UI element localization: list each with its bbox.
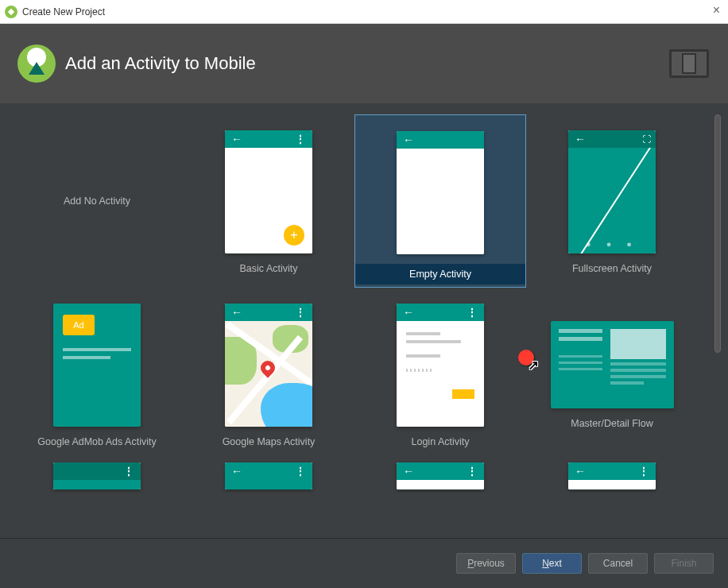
overflow-menu-icon: ⋮	[295, 306, 306, 319]
pager-dots-icon: ● ● ●	[568, 239, 656, 249]
fab-icon: +	[284, 225, 304, 246]
phone-preview	[551, 321, 674, 408]
activity-option-partial[interactable]: ←⋮	[526, 461, 698, 493]
cancel-button[interactable]: Cancel	[588, 553, 648, 574]
phone-preview: ←⋮	[225, 462, 312, 489]
activity-option-none[interactable]: Add No Activity	[11, 114, 183, 288]
cursor-arrow-icon	[529, 358, 539, 373]
wizard-header: Add an Activity to Mobile	[0, 24, 728, 103]
ad-badge: Ad	[63, 315, 95, 335]
overflow-menu-icon: ⋮	[467, 306, 478, 319]
back-arrow-icon: ←	[231, 306, 242, 319]
next-button[interactable]: Next	[522, 553, 582, 574]
activity-option-partial[interactable]: ⋮	[11, 461, 183, 493]
activity-label: Basic Activity	[240, 263, 298, 274]
activity-option-login[interactable]: ←⋮ Login Activity	[354, 288, 526, 461]
overflow-menu-icon: ⋮	[295, 465, 306, 478]
overflow-menu-icon: ⋮	[123, 465, 134, 478]
phone-preview: Ad	[53, 304, 141, 427]
phone-preview: ←	[397, 131, 484, 254]
activity-option-maps[interactable]: ←⋮ Google Maps Activity	[183, 288, 354, 461]
activity-option-admob[interactable]: Ad Google AdMob Ads Activity	[11, 288, 183, 461]
activity-label: Fullscreen Activity	[572, 263, 652, 274]
phone-preview: ←⋮	[397, 304, 484, 427]
activity-label: Master/Detail Flow	[571, 418, 653, 429]
phone-preview: ←⋮	[225, 304, 312, 427]
phone-preview: ←⋮ +	[225, 130, 312, 253]
activity-option-partial[interactable]: ←⋮	[354, 461, 526, 493]
overflow-menu-icon: ⋮	[467, 465, 478, 478]
phone-preview: ←⋮	[568, 462, 656, 489]
activity-label: Google Maps Activity	[223, 436, 316, 447]
overflow-menu-icon: ⋮	[638, 465, 649, 478]
activity-option-empty[interactable]: ← Empty Activity	[354, 114, 526, 288]
wizard-footer: Previous Next Cancel Finish	[0, 538, 728, 588]
activity-label: Google AdMob Ads Activity	[37, 436, 156, 447]
activity-option-master-detail[interactable]: Master/Detail Flow	[526, 288, 698, 461]
activity-option-partial[interactable]: ←⋮	[183, 461, 354, 493]
activity-label: Add No Activity	[64, 195, 130, 207]
activity-option-basic[interactable]: ←⋮ + Basic Activity	[183, 114, 354, 288]
back-arrow-icon: ←	[575, 133, 586, 145]
phone-preview: ←⋮	[397, 462, 484, 489]
phone-preview: ←⛶ ● ● ●	[568, 130, 656, 253]
previous-button[interactable]: Previous	[456, 553, 516, 574]
back-arrow-icon: ←	[403, 306, 414, 319]
activity-label: Empty Activity	[355, 264, 525, 284]
page-title: Add an Activity to Mobile	[65, 53, 256, 74]
vertical-scrollbar[interactable]	[714, 114, 722, 504]
close-icon[interactable]: ×	[713, 3, 720, 17]
gallery-scroll[interactable]: Add No Activity ←⋮ + Basic Activity ← Em…	[11, 114, 711, 504]
back-arrow-icon: ←	[403, 133, 414, 146]
window-title: Create New Project	[22, 6, 105, 17]
app-icon	[5, 6, 17, 18]
device-icon	[669, 49, 709, 78]
back-arrow-icon: ←	[403, 465, 414, 478]
activity-gallery: Add No Activity ←⋮ + Basic Activity ← Em…	[0, 103, 728, 538]
phone-preview: ⋮	[53, 462, 141, 489]
fullscreen-icon: ⛶	[642, 134, 649, 145]
back-arrow-icon: ←	[575, 465, 586, 478]
android-studio-logo	[17, 44, 56, 83]
window-titlebar: Create New Project ×	[0, 0, 728, 24]
scrollbar-thumb[interactable]	[714, 114, 721, 353]
back-arrow-icon: ←	[231, 465, 242, 478]
overflow-menu-icon: ⋮	[295, 133, 306, 145]
activity-option-fullscreen[interactable]: ←⛶ ● ● ● Fullscreen Activity	[526, 114, 698, 288]
activity-label: Login Activity	[412, 436, 470, 447]
finish-button: Finish	[654, 553, 714, 574]
back-arrow-icon: ←	[231, 133, 242, 145]
